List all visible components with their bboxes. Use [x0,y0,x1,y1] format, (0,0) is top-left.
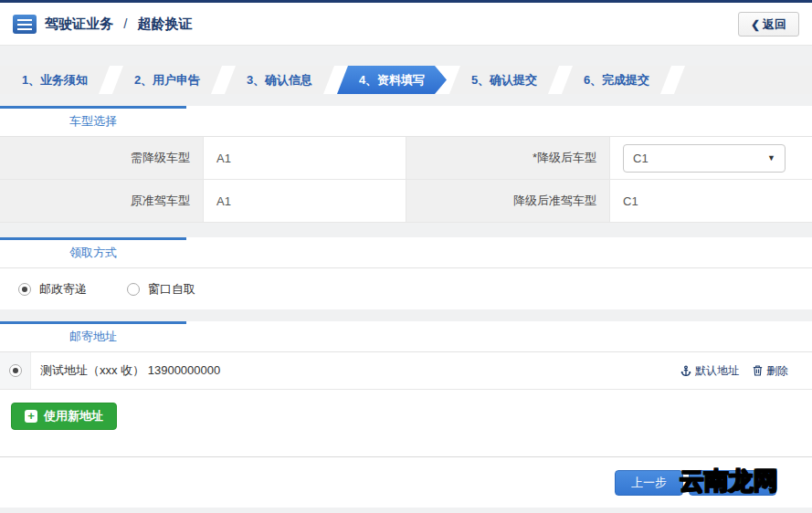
section-accent-bar [0,237,186,240]
pickup-options-row: 邮政寄递 窗口自取 [0,268,812,309]
spacer [0,94,812,106]
delete-address-link[interactable]: 删除 [753,363,788,379]
label-downgraded-type: *降级后车型 [406,137,610,180]
radio-window-pickup-label: 窗口自取 [148,281,195,298]
label-permit-after-downgrade: 降级后准驾车型 [406,180,610,223]
breadcrumb: 驾驶证业务 / 超龄换证 [45,16,193,33]
radio-postal-delivery-label: 邮政寄递 [39,281,87,298]
plus-icon: + [25,410,37,423]
default-address-label: 默认地址 [695,363,739,379]
prev-step-button[interactable]: 上一步 [615,470,683,496]
label-original-permit: 原准驾车型 [0,180,204,223]
radio-unselected-icon [127,283,140,296]
downgraded-type-select[interactable]: C1 ▼ [623,144,786,173]
tab-step-4-active[interactable]: 4、资料填写 [337,66,447,94]
address-radio[interactable] [9,364,22,377]
default-address-link[interactable]: 默认地址 [680,363,739,379]
footer-bar: 上一步 云南龙网 [0,456,812,508]
tab-step-6[interactable]: 6、完成提交 [562,66,671,94]
section-mailing-title: 邮寄地址 [0,321,186,351]
chevron-down-icon: ▼ [767,153,775,162]
tab-filler [674,66,812,94]
tab-step-5[interactable]: 5、确认提交 [449,66,559,94]
section-accent-bar [0,321,186,324]
trash-icon [753,365,763,376]
section-pickup-method: 领取方式 邮政寄递 窗口自取 [0,237,812,309]
section-pickup-title: 领取方式 [0,237,186,267]
address-text: 测试地址（xxx 收） 13900000000 [40,362,220,379]
vehicle-form-table: 需降级车型 A1 *降级后车型 C1 ▼ 原准驾车型 A1 降级后准驾车型 C1 [0,137,812,223]
radio-window-pickup[interactable]: 窗口自取 [127,281,195,298]
address-row: 测试地址（xxx 收） 13900000000 默认地址 [0,352,812,390]
next-step-area: 云南龙网 [687,470,778,496]
section-mailing-address: 邮寄地址 测试地址（xxx 收） 13900000000 默认地址 [0,321,812,456]
radio-postal-delivery[interactable]: 邮政寄递 [18,281,87,298]
new-address-area: + 使用新地址 [0,390,812,456]
anchor-icon [680,365,691,377]
select-selected-value: C1 [633,152,649,165]
value-original-permit: A1 [204,180,406,223]
value-downgrade-needed: A1 [204,137,406,180]
label-downgrade-needed: 需降级车型 [0,137,204,180]
use-new-address-button[interactable]: + 使用新地址 [11,403,117,430]
breadcrumb-separator: / [123,16,127,31]
page-header: 驾驶证业务 / 超龄换证 ❮ 返回 [0,3,812,46]
use-new-address-label: 使用新地址 [44,408,103,424]
section-mailing-header: 邮寄地址 [0,321,812,352]
breadcrumb-secondary: 超龄换证 [138,16,193,31]
list-icon [13,15,37,34]
spacer [0,223,812,237]
back-button[interactable]: ❮ 返回 [738,12,799,37]
section-pickup-header: 领取方式 [0,237,812,268]
tab-step-1[interactable]: 1、业务须知 [0,66,110,94]
tab-step-3[interactable]: 3、确认信息 [225,66,334,94]
step-tabs: 1、业务须知 2、用户申告 3、确认信息 4、资料填写 5、确认提交 6、完成提… [0,66,812,94]
tab-step-2[interactable]: 2、用户申告 [112,66,222,94]
section-vehicle-title: 车型选择 [0,106,186,136]
cell-downgraded-type: C1 ▼ [610,137,812,180]
value-permit-after-downgrade: C1 [610,180,812,223]
section-vehicle-header: 车型选择 [0,106,812,137]
next-step-button[interactable] [689,470,776,496]
back-button-label: 返回 [763,16,786,33]
spacer [0,46,812,66]
section-vehicle-type: 车型选择 需降级车型 A1 *降级后车型 C1 ▼ 原准驾车型 A1 降级后准驾… [0,106,812,223]
section-accent-bar [0,106,186,109]
delete-address-label: 删除 [766,363,788,379]
radio-selected-icon [18,283,31,296]
spacer [0,309,812,321]
address-radio-cell [0,352,31,389]
address-actions: 默认地址 删除 [680,363,812,379]
chevron-left-icon: ❮ [751,18,760,31]
breadcrumb-primary: 驾驶证业务 [45,16,113,31]
